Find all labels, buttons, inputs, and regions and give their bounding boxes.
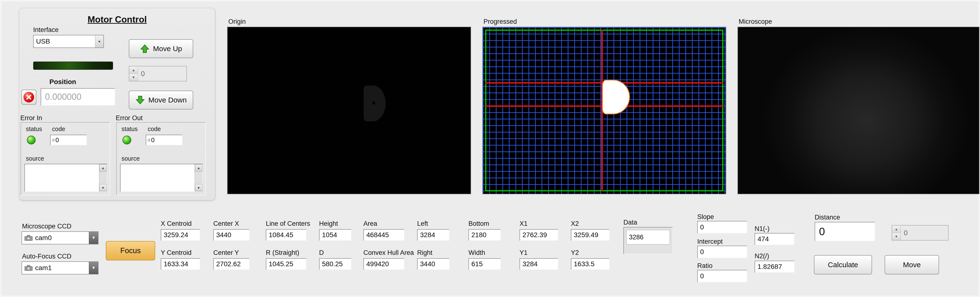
scroll-down-icon[interactable]: ▼ [195,184,202,192]
autofocus-ccd-dropdown[interactable]: cam1 ▼ [22,261,99,275]
camera-icon [24,235,33,241]
error-out-status-label: status [121,126,138,133]
error-in-code-field: d 0 [50,135,87,145]
error-out-source-scrollbar[interactable]: ▲ ▼ [195,164,202,192]
y1-value: 3284 [520,258,558,270]
center-x-value: 3440 [213,229,250,241]
n1-value: 474 [755,233,795,245]
right-label: Right [417,249,433,257]
interface-label: Interface [33,26,59,34]
move-button[interactable]: Move [885,255,939,275]
decrement-button[interactable]: ▼ [129,74,138,81]
interface-dropdown[interactable]: USB ▾ [33,35,104,48]
x-centroid-label: X Centroid [161,220,192,227]
origin-image-display [227,27,471,194]
center-y-label: Center Y [213,249,239,257]
scroll-up-icon[interactable]: ▲ [99,164,107,171]
move-up-button[interactable]: Move Up [129,39,193,58]
y-centroid-value: 1633.34 [161,258,200,270]
x2-value: 3259.49 [571,229,609,241]
error-in-cluster: status code d 0 source ▲ ▼ [21,122,110,195]
microscope-ccd-dropdown[interactable]: cam0 ▼ [22,232,99,244]
error-in-status-label: status [26,126,42,133]
distance-label: Distance [815,214,840,221]
error-in-source-box[interactable]: ▲ ▼ [24,164,107,192]
center-y-value: 2702.62 [213,258,250,270]
step-size-spinner[interactable]: ▲ ▼ 0 [129,66,187,81]
error-out-source-box[interactable]: ▲ ▼ [120,164,203,192]
n1-label: N1(-) [755,225,770,233]
data-list-item: 3286 [626,230,670,244]
decrement-button[interactable]: ▼ [892,233,900,240]
r-straight-value: 1045.25 [266,258,307,270]
error-in-code-label: code [52,126,65,133]
convex-hull-area-label: Convex Hull Area [363,249,414,257]
intercept-input[interactable] [697,246,747,258]
error-out-code-label: code [148,126,161,133]
bottom-value: 2180 [468,229,501,241]
spinner-buttons: ▲ ▼ [129,66,138,81]
scroll-down-icon[interactable]: ▼ [99,184,107,192]
motor-activity-indicator [33,62,113,70]
move-down-button[interactable]: Move Down [129,91,193,110]
x1-value: 2762.39 [520,229,558,241]
width-value: 615 [468,258,501,270]
origin-blob-shape [364,86,385,121]
radix-indicator: d [52,137,54,143]
center-x-label: Center X [213,220,239,227]
error-in-source-scrollbar[interactable]: ▲ ▼ [99,164,107,192]
front-panel: Motor Control Interface USB ▾ Position 0… [2,2,978,295]
error-out-status-led [123,136,131,144]
y2-label: Y2 [571,249,579,257]
microscope-ccd-label: Microscope CCD [22,223,72,230]
distance-display: 0 [815,222,875,241]
height-value: 1054 [319,229,352,241]
move-target-spinner[interactable]: ▲ ▼ 0 [892,225,948,241]
chevron-down-icon[interactable]: ▼ [89,232,98,244]
scroll-up-icon[interactable]: ▲ [195,164,202,171]
focus-button[interactable]: Focus [106,241,155,260]
origin-display-label: Origin [228,18,246,26]
slope-label: Slope [697,213,714,221]
arrow-up-icon [140,44,150,54]
slope-input[interactable] [697,221,747,233]
error-out-cluster: status code d 0 source ▲ ▼ [116,122,206,195]
left-label: Left [417,220,428,227]
increment-button[interactable]: ▲ [129,66,138,74]
error-out-code-value: 0 [151,136,154,144]
data-listbox: 3286 [624,227,673,254]
radix-indicator: d [148,137,150,143]
chevron-down-icon[interactable]: ▾ [95,35,103,48]
increment-button[interactable]: ▲ [892,225,900,233]
motor-control-panel: Motor Control Interface USB ▾ Position 0… [19,8,215,201]
area-label: Area [363,220,377,227]
stop-x-icon [24,92,34,102]
y2-value: 1633.5 [571,258,609,270]
step-size-value[interactable]: 0 [138,66,186,81]
width-label: Width [468,249,485,257]
move-up-label: Move Up [153,45,182,53]
stop-button[interactable] [21,89,36,105]
bottom-label: Bottom [468,220,489,227]
move-target-value[interactable]: 0 [901,225,948,240]
error-out-label: Error Out [116,114,143,122]
chevron-down-icon[interactable]: ▼ [89,262,98,274]
position-display[interactable]: 0.000000 [41,88,115,105]
error-in-status-led [27,136,36,144]
error-in-code-value: 0 [56,136,59,144]
progressed-image-display [482,27,726,194]
ratio-input[interactable] [697,270,747,283]
area-value: 468445 [363,229,404,241]
left-value: 3284 [417,229,450,241]
progressed-display-label: Progressed [484,18,517,26]
convex-hull-area-value: 499420 [363,258,404,270]
data-list-label: Data [624,219,637,226]
microscope-image-display [737,27,980,194]
microscope-ccd-value: cam0 [35,234,86,242]
autofocus-ccd-value: cam1 [35,264,86,272]
y-centroid-label: Y Centroid [161,249,191,257]
line-of-centers-label: Line of Centers [266,220,310,227]
calculate-button[interactable]: Calculate [814,255,872,275]
right-value: 3440 [417,258,450,270]
x1-label: X1 [520,220,528,227]
